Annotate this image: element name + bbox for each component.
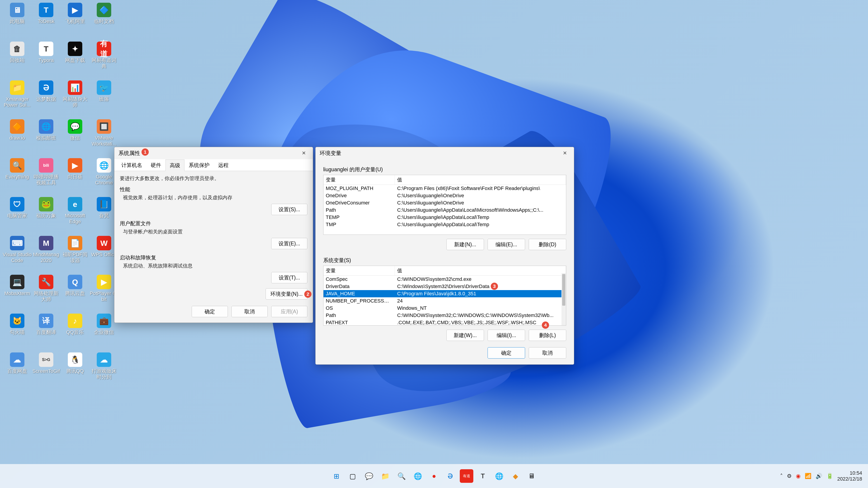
desktop-icon[interactable]: 🐸福历万象 bbox=[32, 197, 61, 219]
new-user-var-button[interactable]: 新建(N)... bbox=[446, 239, 484, 250]
desktop-icon[interactable]: 📄福昕PDF阅读器 bbox=[61, 236, 90, 264]
table-row[interactable]: PathC:\WINDOWS\system32;C:\WINDOWS;C:\WI… bbox=[323, 312, 566, 319]
desktop-icon[interactable]: 🐦班落 bbox=[90, 80, 119, 102]
desktop-icon[interactable]: ♪QQ音乐 bbox=[61, 314, 90, 335]
desktop-icon[interactable]: eMicrosoft Edge bbox=[61, 197, 90, 225]
desktop-icon[interactable]: ✦网盘下载 bbox=[61, 41, 90, 63]
tab-1[interactable]: 硬件 bbox=[147, 159, 165, 171]
table-row[interactable]: PathC:\Users\liuguanglei\AppData\Local\M… bbox=[323, 206, 566, 214]
table-row[interactable]: OneDriveConsumerC:\Users\liuguanglei\One… bbox=[323, 199, 566, 206]
desktop-icon[interactable]: 🗑回收站 bbox=[3, 41, 32, 63]
table-row[interactable]: OSWindows_NT bbox=[323, 304, 566, 312]
tray-app-icon[interactable]: ◉ bbox=[796, 473, 801, 479]
table-row[interactable]: TMPC:\Users\liuguanglei\AppData\Local\Te… bbox=[323, 221, 566, 228]
table-row[interactable]: PATHEXT.COM;.EXE;.BAT;.CMD;.VBS;.VBE;.JS… bbox=[323, 319, 566, 326]
section-settings-button[interactable]: 设置(S)... bbox=[271, 204, 307, 215]
chat-icon[interactable]: 💬 bbox=[362, 469, 376, 483]
desktop-icon[interactable]: ▶飞机阿里 bbox=[61, 3, 90, 24]
wifi-icon[interactable]: 📶 bbox=[805, 473, 811, 479]
desktop-icon[interactable]: bili哔哩哔哩播视频工具 bbox=[32, 158, 61, 186]
col-name[interactable]: 变量 bbox=[323, 175, 395, 185]
desktop-icon[interactable]: 🐱勾火喵 bbox=[3, 314, 32, 335]
section-settings-button[interactable]: 设置(E)... bbox=[271, 238, 307, 249]
desktop-icon[interactable]: 🌐模拟邮班 bbox=[32, 119, 61, 141]
apply-button[interactable]: 应用(A) bbox=[271, 306, 307, 317]
desktop-icon[interactable]: 📊网易随身大师 bbox=[61, 80, 90, 108]
tray-gear-icon[interactable]: ⚙ bbox=[787, 473, 792, 479]
tab-3[interactable]: 系统保护 bbox=[184, 159, 214, 171]
desktop-icon[interactable]: 有道网易有道词典 bbox=[90, 41, 119, 69]
desktop-icon[interactable]: TToDesk bbox=[32, 3, 61, 24]
edit-user-var-button[interactable]: 编辑(E)... bbox=[488, 239, 525, 250]
scroll-thumb[interactable] bbox=[562, 274, 565, 306]
user-vars-list[interactable]: 变量 值 MOZ_PLUGIN_PATHC:\Program Files (x8… bbox=[323, 175, 566, 235]
edit-sys-var-button[interactable]: 编辑(I)... bbox=[488, 330, 525, 341]
col-name[interactable]: 变量 bbox=[323, 266, 395, 275]
settings-icon[interactable]: 🖥 bbox=[525, 469, 538, 483]
col-value[interactable]: 值 bbox=[395, 175, 566, 185]
tab-2[interactable]: 高级 bbox=[165, 160, 184, 171]
cancel-button[interactable]: 取消 bbox=[231, 306, 268, 317]
section-settings-button[interactable]: 设置(T)... bbox=[271, 272, 307, 283]
desktop-icon[interactable]: 💻MobaXterm bbox=[3, 275, 32, 296]
desktop-icon[interactable]: MMindManag 2020 bbox=[32, 236, 61, 264]
desktop-icon[interactable]: 🖥此电脑 bbox=[3, 3, 32, 24]
explorer-icon[interactable]: 📁 bbox=[378, 469, 392, 483]
tab-4[interactable]: 远程 bbox=[214, 159, 233, 171]
table-row[interactable]: MOZ_PLUGIN_PATHC:\Program Files (x86)\Fo… bbox=[323, 185, 566, 192]
ok-button[interactable]: 确定 bbox=[488, 347, 525, 359]
desktop-icon[interactable]: 🔶draw.io bbox=[3, 119, 32, 141]
close-icon[interactable]: ✕ bbox=[556, 147, 574, 159]
icon-label: 飞机阿里 bbox=[61, 19, 90, 24]
desktop-icon[interactable]: TTypora bbox=[32, 41, 61, 63]
ok-button[interactable]: 确定 bbox=[192, 306, 228, 317]
desktop-icon[interactable]: ☁百度网盘 bbox=[3, 352, 32, 374]
new-sys-var-button[interactable]: 新建(W)... bbox=[446, 330, 484, 341]
start-button[interactable]: ⊞ bbox=[330, 469, 343, 483]
sys-vars-list[interactable]: 变量 值 ComSpecC:\WINDOWS\system32\cmd.exeD… bbox=[323, 266, 566, 326]
desktop-icon[interactable]: 🔲VMware Workstati... bbox=[90, 119, 119, 147]
desktop-icon[interactable]: 📁Xmanager Power Sui... bbox=[3, 80, 32, 108]
app-icon[interactable]: ◆ bbox=[508, 469, 522, 483]
volume-icon[interactable]: 🔊 bbox=[815, 473, 822, 479]
typora-icon[interactable]: T bbox=[476, 469, 490, 483]
desktop-icon[interactable]: 🔷临时文档 bbox=[90, 3, 119, 24]
table-row[interactable]: DriverDataC:\Windows\System32\Drivers\Dr… bbox=[323, 283, 566, 290]
table-row[interactable]: TEMPC:\Users\liuguanglei\AppData\Local\T… bbox=[323, 214, 566, 221]
table-row[interactable]: ComSpecC:\WINDOWS\system32\cmd.exe bbox=[323, 275, 566, 283]
netease-icon[interactable]: ● bbox=[427, 469, 441, 483]
desktop-icon[interactable]: 🛡电脑管家 bbox=[3, 197, 32, 219]
cancel-button[interactable]: 取消 bbox=[529, 347, 566, 359]
desktop-icon[interactable]: 💬微信 bbox=[61, 119, 90, 141]
desktop-icon[interactable]: Q腾讯云盘 bbox=[61, 275, 90, 296]
env-vars-button[interactable]: 环境变量(N)... bbox=[266, 288, 307, 300]
tab-0[interactable]: 计算机名 bbox=[117, 159, 147, 171]
dam-icon[interactable]: Ə bbox=[443, 469, 457, 483]
desktop-icon[interactable]: 译百度翻译 bbox=[32, 314, 61, 335]
youdao-icon[interactable]: 有道 bbox=[460, 469, 473, 483]
desktop-icon[interactable]: Ə达梦数据 bbox=[32, 80, 61, 102]
app-icon: 译 bbox=[39, 314, 53, 328]
table-row[interactable]: OneDriveC:\Users\liuguanglei\OneDrive bbox=[323, 192, 566, 199]
desktop-icon[interactable]: ▶向日葵 bbox=[61, 158, 90, 180]
desktop-icon[interactable]: S>GScreenToGif bbox=[32, 352, 61, 374]
task-view-icon[interactable]: ▢ bbox=[346, 469, 360, 483]
delete-sys-var-button[interactable]: 删除(L) bbox=[529, 330, 566, 341]
tray-expand-icon[interactable]: ˄ bbox=[780, 473, 783, 479]
col-value[interactable]: 值 bbox=[395, 266, 566, 275]
close-icon[interactable]: ✕ bbox=[295, 147, 313, 159]
delete-user-var-button[interactable]: 删除(D) bbox=[529, 239, 566, 250]
desktop-icon[interactable]: 🔍Everything bbox=[3, 158, 32, 180]
edge-icon[interactable]: 🌐 bbox=[411, 469, 425, 483]
table-row[interactable]: JAVA_HOMEC:\Program Files\Java\jdk1.8.0_… bbox=[323, 290, 566, 297]
table-row[interactable]: NUMBER_OF_PROCESSORS24 bbox=[323, 297, 566, 304]
scrollbar[interactable] bbox=[561, 273, 566, 325]
desktop-icon[interactable]: 🔧网络处理新大师 bbox=[32, 275, 61, 302]
desktop-icon[interactable]: 🐧腾讯QQ bbox=[61, 352, 90, 374]
battery-icon[interactable]: 🔋 bbox=[827, 473, 833, 479]
clock[interactable]: 10:54 2022/12/18 bbox=[837, 470, 862, 482]
desktop-icon[interactable]: ☁打游戏做床时分到 bbox=[90, 352, 119, 380]
everything-icon[interactable]: 🔍 bbox=[395, 469, 408, 483]
chrome-icon[interactable]: 🌐 bbox=[492, 469, 506, 483]
desktop-icon[interactable]: ⌨Visual Studio Code bbox=[3, 236, 32, 264]
